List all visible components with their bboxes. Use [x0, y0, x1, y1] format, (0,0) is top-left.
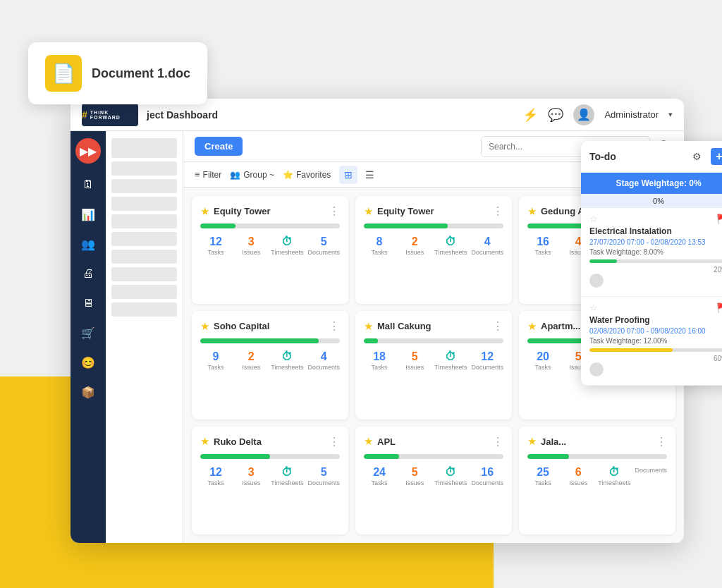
stat-issues-label-7: Issues — [399, 479, 430, 486]
card-star-3[interactable]: ★ — [200, 320, 209, 333]
doc-icon: 📄 — [45, 55, 82, 92]
app-logo: # THINK FORWARD — [82, 104, 138, 126]
todo-add-button[interactable]: + — [711, 148, 722, 165]
stat-tasks-num-1: 8 — [364, 235, 395, 248]
todo-header: To-do ⚙ + — [581, 141, 722, 173]
card-progress-bg-0 — [200, 223, 340, 228]
stat-timesheets-num-7: ⏱ — [434, 466, 467, 479]
stat-issues-num-3: 2 — [235, 350, 267, 363]
sidebar-toggle-btn[interactable]: ▶▶ — [75, 138, 101, 164]
stat-documents-num-6: 5 — [307, 466, 340, 479]
card-menu-0[interactable]: ⋮ — [329, 204, 340, 218]
card-stats-0: 12 Tasks 3 Issues ⏱ Timesheets 5 Documen… — [200, 235, 340, 256]
todo-actions: ⚙ + — [688, 148, 722, 165]
card-menu-4[interactable]: ⋮ — [492, 319, 503, 333]
card-star-4[interactable]: ★ — [364, 320, 373, 333]
project-card-8: ★ Jala... ⋮ 25 Tasks 6 Issues ⏱ Timeshee… — [519, 427, 675, 534]
admin-label: Administrator — [604, 109, 659, 120]
stat-issues-num-8: 6 — [563, 466, 594, 479]
task1-pct: 20% — [589, 266, 722, 274]
stat-tasks-5: 20 Tasks — [527, 350, 558, 371]
todo-task-2: ☆ 🚩 Water Proofing 02/08/2020 07:00 - 09… — [581, 297, 722, 386]
sidebar: ▶▶ 🗓 📊 👥 🖨 🖥 🛒 😊 📦 — [71, 131, 106, 543]
group-icon: 👥 — [230, 170, 240, 180]
chat-icon[interactable]: 💬 — [548, 107, 563, 123]
star-icon: ⭐ — [283, 170, 293, 180]
stat-timesheets-num-0: ⏱ — [271, 235, 303, 248]
card-stats-1: 8 Tasks 2 Issues ⏱ Timesheets 4 Document… — [364, 235, 503, 256]
stat-tasks-label-3: Tasks — [200, 364, 231, 371]
stat-timesheets-6: ⏱ Timesheets — [271, 466, 303, 486]
card-star-2[interactable]: ★ — [527, 205, 537, 218]
task1-progress-bg — [589, 259, 722, 263]
stat-tasks-8: 25 Tasks — [527, 466, 558, 486]
card-star-1[interactable]: ★ — [364, 205, 373, 218]
sidebar-item-calendar[interactable]: 🗓 — [75, 172, 101, 197]
stat-issues-label-8: Issues — [563, 479, 594, 486]
stat-tasks-num-7: 24 — [364, 466, 395, 479]
card-menu-6[interactable]: ⋮ — [329, 435, 340, 448]
stat-documents-8: Documents — [635, 466, 667, 486]
avatar[interactable]: 👤 — [573, 104, 594, 125]
view-toggle: ⊞ ☰ — [339, 166, 379, 184]
stat-tasks-num-2: 16 — [527, 235, 558, 248]
task2-avatar — [589, 362, 604, 376]
todo-task-1: ☆ 🚩 Electrical Instalation 27/07/2020 07… — [581, 208, 722, 297]
card-star-7[interactable]: ★ — [364, 435, 373, 448]
card-menu-7[interactable]: ⋮ — [492, 435, 503, 448]
stat-documents-label-3: Documents — [307, 364, 340, 371]
stat-tasks-num-8: 25 — [527, 466, 558, 479]
task1-header-row: ☆ 🚩 — [589, 214, 722, 224]
task1-star-icon[interactable]: ☆ — [589, 214, 598, 224]
card-star-6[interactable]: ★ — [200, 435, 209, 448]
doc-card: 📄 Document 1.doc — [28, 42, 207, 104]
stat-timesheets-4: ⏱ Timesheets — [434, 350, 467, 371]
sidebar-item-monitor[interactable]: 🖥 — [75, 290, 101, 316]
lightning-icon[interactable]: ⚡ — [522, 107, 538, 123]
create-button[interactable]: Create — [195, 137, 243, 156]
stat-timesheets-1: ⏱ Timesheets — [434, 235, 467, 256]
stat-documents-0: 5 Documents — [307, 235, 340, 256]
card-menu-8[interactable]: ⋮ — [656, 435, 667, 448]
sidebar-item-users[interactable]: 👥 — [75, 231, 101, 257]
card-menu-3[interactable]: ⋮ — [329, 319, 340, 333]
admin-caret[interactable]: ▾ — [668, 110, 673, 119]
list-view-button[interactable]: ☰ — [360, 166, 379, 184]
stat-timesheets-label-7: Timesheets — [434, 479, 467, 486]
stat-timesheets-num-1: ⏱ — [434, 235, 467, 248]
sidebar-item-charts[interactable]: 📊 — [75, 202, 101, 227]
card-stats-8: 25 Tasks 6 Issues ⏱ Timesheets Documents — [527, 466, 667, 486]
card-menu-1[interactable]: ⋮ — [492, 204, 503, 218]
group-button[interactable]: 👥 Group ~ — [230, 170, 274, 180]
task2-star-icon[interactable]: ☆ — [589, 302, 598, 313]
task2-weight: Task Weightage: 12.00% — [589, 337, 722, 345]
stage-label: Stage Weightage: 0% — [616, 178, 701, 188]
sidebar-item-person[interactable]: 😊 — [75, 350, 101, 375]
secondary-item-1 — [111, 138, 177, 158]
card-stats-4: 18 Tasks 5 Issues ⏱ Timesheets 12 Docume… — [364, 350, 503, 371]
todo-settings-button[interactable]: ⚙ — [688, 148, 705, 165]
stat-tasks-num-3: 9 — [200, 350, 231, 363]
stat-timesheets-label-4: Timesheets — [434, 364, 467, 371]
project-card-4: ★ Mall Cakung ⋮ 18 Tasks 5 Issues ⏱ Time… — [355, 311, 512, 419]
card-header-0: ★ Equity Tower ⋮ — [200, 204, 340, 218]
secondary-item-7 — [111, 250, 177, 264]
stat-issues-num-1: 2 — [399, 235, 430, 248]
grid-view-button[interactable]: ⊞ — [339, 166, 357, 184]
card-star-0[interactable]: ★ — [200, 205, 209, 218]
filter-button[interactable]: ≡ Filter — [195, 169, 221, 180]
stat-documents-num-4: 12 — [471, 350, 503, 363]
filter-icon: ≡ — [195, 169, 200, 180]
card-header-7: ★ APL ⋮ — [364, 435, 503, 448]
card-star-5[interactable]: ★ — [527, 320, 537, 333]
task2-date: 02/08/2020 07:00 - 09/08/2020 16:00 — [589, 327, 722, 335]
secondary-item-5 — [111, 214, 177, 228]
stat-documents-label-8: Documents — [635, 467, 667, 474]
sidebar-item-shop[interactable]: 🛒 — [75, 320, 101, 345]
secondary-item-9 — [111, 285, 177, 299]
favorites-button[interactable]: ⭐ Favorites — [283, 170, 331, 180]
sidebar-item-print[interactable]: 🖨 — [75, 261, 101, 286]
sidebar-item-packages[interactable]: 📦 — [75, 379, 101, 405]
stat-documents-label-7: Documents — [471, 479, 503, 486]
card-star-8[interactable]: ★ — [527, 435, 537, 448]
